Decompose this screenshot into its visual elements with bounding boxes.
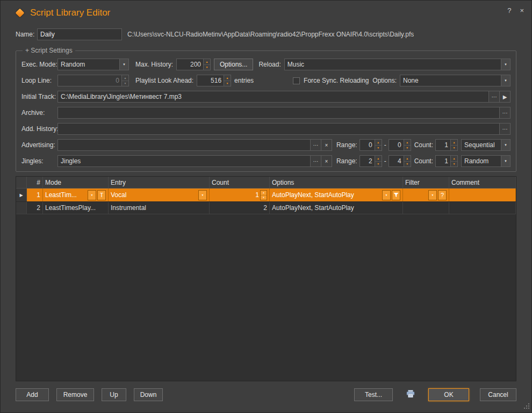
header-comment[interactable]: Comment (449, 177, 516, 188)
row1-options-cell[interactable]: AutoPlayNext, StartAutoPlay ▼ (270, 189, 403, 201)
spin-down-icon[interactable]: ▼ (404, 145, 411, 151)
up-button[interactable]: Up (102, 388, 126, 401)
add-history-field[interactable]: ··· (57, 123, 511, 135)
archive-field[interactable]: ··· (57, 107, 511, 119)
spin-down-icon[interactable]: ▼ (404, 161, 411, 167)
test-button[interactable]: Test... (354, 388, 393, 401)
row1-mode-dropdown-icon[interactable]: ▼ (88, 190, 96, 200)
advertising-browse-icon[interactable]: ··· (310, 140, 321, 150)
history-options-button[interactable]: Options... (214, 59, 253, 70)
exec-mode-combo[interactable]: Random ▼ (57, 59, 129, 70)
exec-mode-dropdown-icon[interactable]: ▼ (119, 59, 128, 70)
ok-button[interactable]: OK (428, 388, 469, 401)
row1-options-filter-icon[interactable] (392, 190, 400, 200)
jingles-range-label: Range: (336, 157, 357, 165)
advertising-clear-icon[interactable]: × (321, 140, 332, 150)
script-settings-legend[interactable]: + Script Settings (23, 47, 75, 54)
add-history-browse-icon[interactable]: ··· (499, 124, 510, 134)
reload-combo[interactable]: Music ▼ (284, 59, 511, 70)
row1-comment-cell[interactable] (449, 189, 516, 201)
row1-filter-cell[interactable]: ▼ ? (403, 189, 449, 201)
spin-up-icon[interactable]: ▲ (404, 156, 411, 161)
options-dropdown-icon[interactable]: ▼ (501, 75, 510, 86)
header-count[interactable]: Count (210, 177, 270, 188)
row1-count-cell[interactable]: 1 ▲ ▼ (210, 189, 270, 201)
force-sync-checkbox[interactable] (293, 77, 300, 84)
advertising-field[interactable]: ··· × (57, 139, 332, 151)
jingles-range-from-spinner[interactable]: 2 ▲▼ (360, 155, 382, 167)
look-ahead-up-icon[interactable]: ▲ (224, 75, 231, 81)
max-history-spinner[interactable]: 200 ▲ ▼ (176, 59, 211, 70)
advertising-mode-combo[interactable]: Sequential ▼ (461, 139, 511, 151)
row-indicator-icon: ▶ (16, 189, 27, 201)
header-options[interactable]: Options (270, 177, 403, 188)
row1-mode-cell[interactable]: LeastTim... ▼ T (43, 189, 109, 201)
row2-count-cell[interactable]: 2 (210, 202, 270, 214)
script-lines-table: # Mode Entry Count Options Filter Commen… (16, 176, 516, 381)
table-row-2[interactable]: 2 LeastTimesPlay... Instrumental 2 AutoP… (16, 202, 516, 214)
spin-down-icon[interactable]: ▼ (375, 161, 382, 167)
row1-count-up-icon[interactable]: ▲ (261, 191, 267, 195)
row2-options-cell[interactable]: AutoPlayNext, StartAutoPlay (270, 202, 403, 214)
row1-filter-dropdown-icon[interactable]: ▼ (428, 190, 437, 200)
footer: Add Remove Up Down Test... OK Cancel (1, 381, 531, 412)
options-combo[interactable]: None ▼ (400, 75, 511, 86)
header-num[interactable]: # (27, 177, 43, 188)
row1-filter-help-button[interactable]: ? (438, 190, 447, 200)
row1-entry-dropdown-icon[interactable]: ▼ (198, 190, 207, 200)
row1-options-dropdown-icon[interactable]: ▼ (382, 190, 391, 200)
cancel-button[interactable]: Cancel (480, 388, 516, 401)
jingles-count-spinner[interactable]: 1 ▲▼ (435, 155, 458, 167)
close-button[interactable]: × (520, 7, 524, 15)
jingles-mode-combo[interactable]: Random ▼ (461, 155, 511, 167)
table-row-1[interactable]: ▶ 1 LeastTim... ▼ T Vocal ▼ 1 ▲ ▼ AutoPl… (16, 189, 516, 202)
advertising-mode-dropdown-icon[interactable]: ▼ (501, 140, 510, 150)
row2-comment-cell[interactable] (449, 202, 516, 214)
advertising-mode-value: Sequential (462, 140, 501, 150)
header-filter[interactable]: Filter (403, 177, 449, 188)
loop-line-down-icon: ▼ (122, 81, 128, 86)
spin-up-icon[interactable]: ▲ (404, 140, 411, 145)
jingles-field[interactable]: Jingles ··· × (57, 155, 332, 167)
spin-up-icon[interactable]: ▲ (451, 140, 457, 145)
initial-track-play-icon[interactable]: ▶ (499, 91, 510, 102)
header-entry[interactable]: Entry (109, 177, 210, 188)
remove-button[interactable]: Remove (56, 388, 94, 401)
reload-dropdown-icon[interactable]: ▼ (501, 59, 510, 70)
add-history-value (58, 124, 499, 134)
row2-filter-cell[interactable] (403, 202, 449, 214)
advertising-range-to-spinner[interactable]: 0 ▲▼ (389, 139, 411, 151)
look-ahead-spinner[interactable]: 516 ▲ ▼ (197, 75, 231, 86)
spin-down-icon[interactable]: ▼ (451, 145, 457, 151)
row1-mode-type-button[interactable]: T (97, 190, 106, 200)
row1-count-down-icon[interactable]: ▼ (261, 195, 267, 200)
archive-row: Archive: ··· (21, 106, 511, 120)
advertising-count-spinner[interactable]: 1 ▲▼ (435, 139, 458, 151)
spin-up-icon[interactable]: ▲ (375, 140, 382, 145)
initial-track-browse-icon[interactable]: ··· (488, 91, 499, 102)
jingles-clear-icon[interactable]: × (321, 156, 332, 166)
advertising-range-from-spinner[interactable]: 0 ▲▼ (360, 139, 382, 151)
spin-up-icon[interactable]: ▲ (375, 156, 382, 161)
down-button[interactable]: Down (134, 388, 163, 401)
max-history-up-icon[interactable]: ▲ (204, 59, 210, 64)
help-button[interactable]: ? (507, 7, 511, 15)
row1-entry-cell[interactable]: Vocal ▼ (109, 189, 210, 201)
max-history-down-icon[interactable]: ▼ (204, 64, 210, 70)
spin-down-icon[interactable]: ▼ (451, 161, 457, 167)
spin-up-icon[interactable]: ▲ (451, 156, 457, 161)
look-ahead-down-icon[interactable]: ▼ (224, 81, 231, 86)
jingles-range-to-spinner[interactable]: 4 ▲▼ (389, 155, 411, 167)
row2-entry-cell[interactable]: Instrumental (109, 202, 210, 214)
initial-track-field[interactable]: C:\MediaLibrary\Jingles\Метинвест 7.mp3 … (57, 91, 511, 103)
header-mode[interactable]: Mode (43, 177, 109, 188)
row2-mode-cell[interactable]: LeastTimesPlay... (43, 202, 109, 214)
jingles-mode-dropdown-icon[interactable]: ▼ (501, 156, 510, 166)
print-button[interactable] (404, 388, 418, 401)
archive-browse-icon[interactable]: ··· (499, 107, 510, 118)
resize-grip[interactable] (524, 403, 530, 411)
jingles-browse-icon[interactable]: ··· (310, 156, 321, 166)
add-button[interactable]: Add (16, 388, 49, 401)
name-input[interactable] (37, 28, 122, 40)
spin-down-icon[interactable]: ▼ (375, 145, 382, 151)
